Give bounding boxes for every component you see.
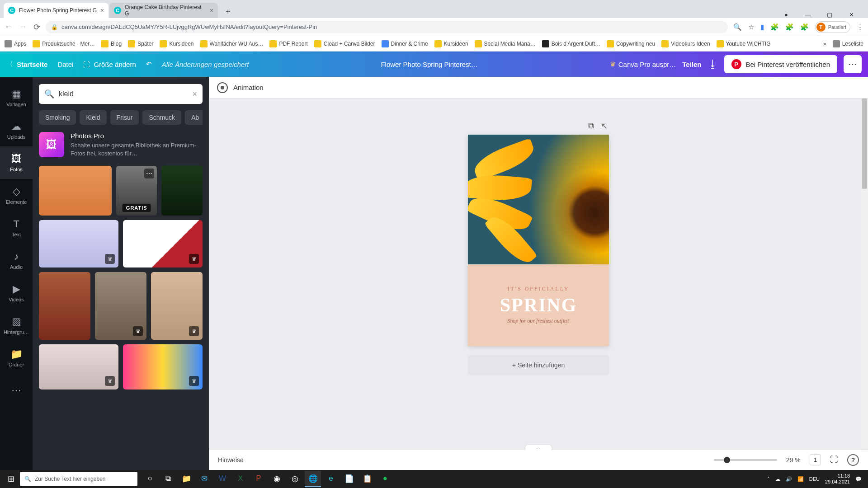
taskbar-search[interactable]: 🔍 Zur Suche Text hier eingeben xyxy=(20,472,137,486)
photo-result[interactable]: ♛ xyxy=(95,272,146,340)
share-page-icon[interactable]: ⇱ xyxy=(600,121,607,131)
apps-button[interactable]: Apps xyxy=(5,40,26,47)
excel-icon[interactable]: X xyxy=(232,471,249,487)
profile-button[interactable]: T Pausiert xyxy=(815,21,850,33)
photo-result[interactable]: ♛ xyxy=(123,344,203,389)
chip-item[interactable]: Ab xyxy=(185,110,203,125)
rail-audio[interactable]: ♪Audio xyxy=(0,244,33,277)
notifications-icon[interactable]: 💬 xyxy=(855,476,862,482)
rail-text[interactable]: TText xyxy=(0,211,33,244)
minimize-icon[interactable]: — xyxy=(801,11,815,18)
design-page[interactable]: IT'S OFFICIALLY SPRING Shop for our fres… xyxy=(468,135,609,346)
close-icon[interactable]: × xyxy=(210,7,213,14)
rail-elements[interactable]: ◇Elemente xyxy=(0,179,33,211)
photo-search[interactable]: 🔍 × xyxy=(39,84,203,104)
file-explorer-icon[interactable]: 📁 xyxy=(178,471,194,487)
slider-thumb[interactable] xyxy=(724,457,730,463)
bookmark-item[interactable]: Videokurs Ideen xyxy=(661,40,710,47)
word-icon[interactable]: W xyxy=(214,471,231,487)
window-close-icon[interactable]: ✕ xyxy=(844,11,858,18)
photo-result[interactable]: ⋯ GRATIS xyxy=(116,166,157,216)
more-icon[interactable]: ⋯ xyxy=(144,169,154,178)
download-icon[interactable]: ⭳ xyxy=(708,58,718,70)
photo-result[interactable] xyxy=(161,166,203,216)
rail-more[interactable]: ⋯ xyxy=(0,374,33,407)
rail-videos[interactable]: ▶Videos xyxy=(0,277,33,309)
edge-icon[interactable]: e xyxy=(323,471,339,487)
bookmark-item[interactable]: PDF Report xyxy=(269,40,307,47)
rail-photos[interactable]: 🖼Fotos xyxy=(0,146,33,179)
new-tab-button[interactable]: + xyxy=(222,5,234,18)
wifi-icon[interactable]: 📶 xyxy=(797,476,804,482)
zoom-level[interactable]: 29 % xyxy=(786,456,801,464)
extension-icon[interactable]: 🧩 xyxy=(785,23,794,31)
browser-tab-inactive[interactable]: C Orange Cake Birthday Pinterest G × xyxy=(109,3,218,18)
more-menu-button[interactable]: ⋯ xyxy=(844,55,862,73)
caption-block[interactable]: IT'S OFFICIALLY SPRING Shop for our fres… xyxy=(468,264,609,346)
task-view-icon[interactable]: ⧉ xyxy=(160,471,176,487)
photo-result[interactable] xyxy=(39,166,112,216)
animation-button[interactable]: Animation xyxy=(233,84,264,91)
help-icon[interactable]: ? xyxy=(847,454,859,466)
app-icon[interactable]: 📋 xyxy=(359,471,375,487)
chrome-icon[interactable]: 🌐 xyxy=(305,471,321,487)
fullscreen-icon[interactable]: ⛶ xyxy=(830,455,838,465)
powerpoint-icon[interactable]: P xyxy=(250,471,267,487)
bookmark-item[interactable]: Youtube WICHTIG xyxy=(717,40,771,47)
bookmark-item[interactable]: Cload + Canva Bilder xyxy=(314,40,375,47)
design-stage[interactable]: ⧉ ⇱ IT'S OFFICIALLY SPRING Shop for our … xyxy=(209,99,868,449)
mail-icon[interactable]: ✉ xyxy=(196,471,212,487)
cloud-icon[interactable]: ☁ xyxy=(775,476,780,482)
bookmark-item[interactable]: Bois d'Argent Duft… xyxy=(542,40,600,47)
vertical-scrollbar[interactable] xyxy=(861,99,868,449)
chrome-menu-icon[interactable]: ⋮ xyxy=(857,23,863,31)
duplicate-page-icon[interactable]: ⧉ xyxy=(588,121,594,131)
resize-button[interactable]: ⛶ Größe ändern xyxy=(83,61,136,68)
share-button[interactable]: Teilen xyxy=(682,61,701,68)
add-page-button[interactable]: + Seite hinzufügen xyxy=(468,355,609,375)
bookmark-item[interactable]: Später xyxy=(128,40,153,47)
zoom-slider[interactable] xyxy=(714,459,777,461)
bookmark-star-icon[interactable]: ☆ xyxy=(748,23,754,31)
rail-background[interactable]: ▨Hintergru… xyxy=(0,309,33,342)
notes-button[interactable]: Hinweise xyxy=(218,456,244,464)
language-indicator[interactable]: DEU xyxy=(809,476,820,482)
search-input[interactable] xyxy=(59,90,188,98)
undo-button[interactable]: ↶ xyxy=(146,60,152,68)
photo-result[interactable] xyxy=(39,272,90,340)
spotify-icon[interactable]: ● xyxy=(377,471,393,487)
rail-templates[interactable]: ▦Vorlagen xyxy=(0,81,33,114)
publish-pinterest-button[interactable]: P Bei Pinterest veröffentlichen xyxy=(724,55,838,73)
bookmark-item[interactable]: Social Media Mana… xyxy=(475,40,536,47)
sunflower-image[interactable] xyxy=(468,135,609,264)
zoom-icon[interactable]: 🔍 xyxy=(733,23,742,31)
bookmark-item[interactable]: Kursideen xyxy=(434,40,468,47)
url-input[interactable]: 🔒 canva.com/design/DAEdCQ5UaMY/Y5R-LUjvg… xyxy=(46,21,728,33)
bookmark-item[interactable]: Kursideen xyxy=(160,40,193,47)
tray-chevron-icon[interactable]: ˄ xyxy=(767,476,770,482)
rail-folders[interactable]: 📁Ordner xyxy=(0,342,33,374)
app-icon[interactable]: ◉ xyxy=(269,471,285,487)
chip-item[interactable]: Kleid xyxy=(80,110,106,125)
bookmarks-overflow-icon[interactable]: » xyxy=(823,41,826,47)
photo-result[interactable]: ♛ xyxy=(151,272,203,340)
photo-result[interactable]: ♛ xyxy=(123,220,203,267)
browser-tab-active[interactable]: C Flower Photo Spring Pinterest G × xyxy=(4,3,108,18)
photo-result[interactable]: ♛ xyxy=(39,344,118,389)
account-dot-icon[interactable]: ● xyxy=(779,11,793,18)
try-pro-button[interactable]: ♛ Canva Pro auspr… xyxy=(610,60,676,68)
obs-icon[interactable]: ◎ xyxy=(287,471,303,487)
notepad-icon[interactable]: 📄 xyxy=(341,471,357,487)
bookmark-item[interactable]: Blog xyxy=(101,40,122,47)
page-indicator[interactable]: 1 xyxy=(810,454,821,465)
extension-icon[interactable]: 🧩 xyxy=(800,23,809,31)
chip-item[interactable]: Smoking xyxy=(39,110,76,125)
bookmark-item[interactable]: Produktsuche - Mer… xyxy=(33,40,95,47)
maximize-icon[interactable]: ▢ xyxy=(823,11,836,18)
clock[interactable]: 11:18 29.04.2021 xyxy=(825,473,850,485)
start-button[interactable]: ⊞ xyxy=(2,470,20,488)
rail-uploads[interactable]: ☁Uploads xyxy=(0,114,33,146)
chip-item[interactable]: Schmuck xyxy=(142,110,181,125)
photo-result[interactable]: ♛ xyxy=(39,220,118,267)
extension-icon[interactable]: ▮ xyxy=(760,23,764,31)
